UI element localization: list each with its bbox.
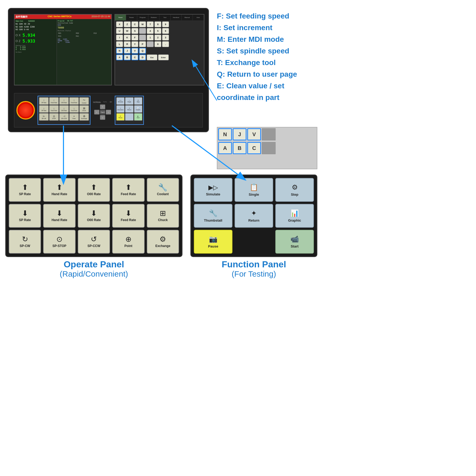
key-cd[interactable]: C	[131, 54, 138, 60]
tab-program[interactable]: Program	[137, 15, 148, 20]
btn-sp-stop[interactable]: ⊙ SP-STOP	[43, 230, 75, 254]
btn-sp-rate-down[interactable]: ⬇ SP Rate	[9, 204, 41, 228]
btn-exchange[interactable]: ⚙ Exchange	[147, 230, 179, 254]
btn-return[interactable]: ✦ Return	[235, 204, 273, 228]
key-3[interactable]: 3	[162, 35, 169, 40]
enl-key-j[interactable]: J	[233, 128, 246, 140]
key-n[interactable]: N	[116, 48, 123, 54]
key-dot[interactable]: .	[162, 41, 169, 47]
key-0[interactable]: 0	[154, 41, 161, 47]
btn-o00-rate-up[interactable]: ⬆ O00 Rate	[78, 178, 110, 202]
key-k[interactable]: K	[124, 35, 131, 40]
key-6[interactable]: 6	[162, 28, 169, 34]
key-f[interactable]: F	[131, 35, 138, 40]
key-r[interactable]: R	[124, 41, 131, 47]
key-d[interactable]: D	[139, 54, 146, 60]
mini-o00-rate-down[interactable]: ↓O00 Rate	[59, 105, 69, 113]
key-c[interactable]: C	[131, 21, 138, 27]
btn-hand-rate-up[interactable]: ⬆ Hand Rate	[43, 178, 75, 202]
nav-down[interactable]: ↓	[100, 115, 105, 120]
btn-thumbstall[interactable]: 🔧 Thumbstall	[194, 204, 232, 228]
mini-graphic[interactable]: 📊Graphic	[134, 105, 142, 113]
btn-sp-cw[interactable]: ↻ SP-CW	[9, 230, 41, 254]
mini-hand-rate-down[interactable]: ↓Hand Rate	[49, 105, 59, 113]
btn-hand-rate-down[interactable]: ⬇ Hand Rate	[43, 204, 75, 228]
key-m[interactable]: M	[139, 21, 146, 27]
key-esc[interactable]: Esc	[147, 54, 157, 60]
mini-coolant[interactable]: 〜Coolant	[79, 97, 89, 105]
tab-handtool[interactable]: Handtool	[171, 15, 182, 20]
btn-point[interactable]: ⊕ Point	[112, 230, 144, 254]
key-4[interactable]: 4	[147, 28, 154, 34]
key-b[interactable]: B	[124, 54, 131, 60]
mini-thumbstall[interactable]: ↵Simulation	[116, 105, 125, 113]
btn-simulate[interactable]: ▶▷ Simulate	[194, 178, 232, 202]
mini-feed-rate-down[interactable]: ↓Feed Rate	[69, 105, 79, 113]
mini-hand-rate-up[interactable]: ↑Hand Rate	[49, 97, 59, 105]
tab-manual[interactable]: Manual	[182, 15, 193, 20]
key-i[interactable]: I	[116, 35, 123, 40]
key-5[interactable]: 5	[154, 28, 161, 34]
mini-stop[interactable]: ⊙STOP	[49, 113, 59, 121]
key-9[interactable]: 9	[162, 21, 169, 27]
nav-left[interactable]: ←	[94, 110, 99, 115]
mini-sp-cw[interactable]: ⊢SP-CW	[39, 113, 49, 121]
mini-single[interactable]: □Single	[125, 97, 133, 105]
mini-step[interactable]: ⚙Step	[134, 97, 142, 105]
key-a[interactable]: A	[116, 54, 123, 60]
enl-key-n[interactable]: N	[218, 128, 232, 140]
mini-simulate[interactable]: ▷▷Simulate	[116, 97, 125, 105]
mini-feed-rate-up[interactable]: ↑Feed Rate	[69, 97, 79, 105]
key-u[interactable]: U	[116, 28, 123, 34]
key-enter[interactable]: Enter	[158, 54, 169, 60]
nav-up[interactable]: ↑	[100, 104, 105, 109]
mini-sp-ccw[interactable]: ⊣SP-CCW	[59, 113, 69, 121]
tab-reset[interactable]: Reset	[115, 15, 126, 20]
key-q[interactable]: Q	[139, 48, 146, 54]
btn-o00-rate-down[interactable]: ⬇ O00 Rate	[78, 204, 110, 228]
mini-sp-rate-down[interactable]: ↓SP Rate	[39, 105, 49, 113]
enl-key-b[interactable]: B	[233, 142, 246, 154]
btn-single[interactable]: 📋 Single	[235, 178, 273, 202]
key-j[interactable]: J	[124, 48, 131, 54]
tab-tool[interactable]: Tool	[159, 15, 171, 20]
key-v[interactable]: V	[131, 48, 138, 54]
key-s[interactable]: S	[131, 28, 138, 34]
btn-step[interactable]: ⚙ Step	[275, 178, 314, 202]
rapid-btn[interactable]: Rapid	[100, 110, 105, 115]
key-w[interactable]: W	[124, 28, 131, 34]
btn-pause[interactable]: 📷 Pause	[194, 230, 232, 254]
key-1[interactable]: 1	[147, 35, 154, 40]
mini-pause[interactable]: ⏸Pause	[116, 113, 125, 121]
mini-sp-rate-up[interactable]: ↑SP Rate	[39, 97, 49, 105]
mini-point[interactable]: •Point	[69, 113, 79, 121]
mini-start[interactable]: ▶Start	[134, 113, 142, 121]
mini-o00-rate-up[interactable]: ↑O00 Rate	[59, 97, 69, 105]
btn-start[interactable]: 📹 Start	[275, 230, 314, 254]
emergency-stop-button[interactable]	[16, 101, 35, 120]
enl-key-v[interactable]: V	[247, 128, 261, 140]
enl-key-c[interactable]: C	[247, 142, 261, 154]
key-p[interactable]: P	[139, 41, 146, 47]
key-z[interactable]: Z	[124, 21, 131, 27]
btn-chuck[interactable]: ⊞ Chuck	[147, 204, 179, 228]
btn-sp-rate-up[interactable]: ⬆ SP Rate	[9, 178, 41, 202]
mini-exchange[interactable]: ⚙Exchange	[79, 113, 89, 121]
key-2[interactable]: 2	[154, 35, 161, 40]
key-x[interactable]: X	[116, 21, 123, 27]
key-y[interactable]: Y	[131, 41, 138, 47]
btn-feed-rate-up[interactable]: ⬆ Feed Rate	[112, 178, 144, 202]
key-8[interactable]: 8	[154, 21, 161, 27]
tab-redeem[interactable]: Redeem	[148, 15, 159, 20]
btn-graphic[interactable]: 📊 Graphic	[275, 204, 314, 228]
mini-chuck[interactable]: ⊞Chuck	[79, 105, 89, 113]
btn-coolant[interactable]: 🔧 Coolant	[147, 178, 179, 202]
mini-return[interactable]: ↺Return	[125, 105, 133, 113]
tab-parameter[interactable]: Param	[126, 15, 137, 20]
key-7[interactable]: 7	[147, 21, 154, 27]
nav-right[interactable]: →	[106, 110, 111, 115]
enl-key-a[interactable]: A	[218, 142, 232, 154]
tab-auto[interactable]: Auto	[193, 15, 204, 20]
btn-feed-rate-down[interactable]: ⬇ Feed Rate	[112, 204, 144, 228]
key-l[interactable]: L	[116, 41, 123, 47]
